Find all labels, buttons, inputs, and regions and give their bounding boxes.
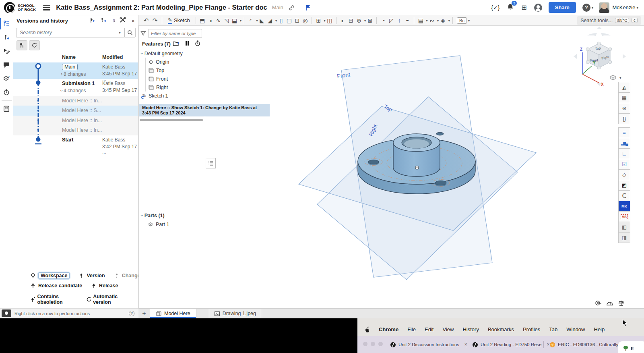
sketch-button[interactable]: ✎ Sketch: [165, 17, 193, 24]
tree-top-plane[interactable]: Top: [139, 66, 205, 75]
protractor-icon[interactable]: [606, 300, 613, 306]
loft-icon[interactable]: ◹: [223, 16, 231, 25]
tab-model-here[interactable]: Model Here: [150, 309, 196, 318]
menu-file[interactable]: File: [407, 326, 416, 332]
cad-grid-app-icon[interactable]: ▦: [618, 92, 630, 103]
status-help-icon[interactable]: ?: [129, 311, 134, 316]
menu-view[interactable]: View: [442, 326, 454, 332]
featurescript-check-icon[interactable]: {✓}: [491, 4, 500, 11]
search-icon[interactable]: [124, 28, 136, 37]
user-menu-caret-icon[interactable]: ▾: [636, 6, 638, 10]
vs-app-icon[interactable]: VS: [618, 211, 630, 222]
revolve-icon[interactable]: ◑: [206, 16, 215, 25]
split-icon[interactable]: ⊟: [347, 16, 355, 25]
menu-bookmarks[interactable]: Bookmarks: [488, 326, 514, 332]
tree-front-plane[interactable]: Front: [139, 75, 205, 83]
extrude-icon[interactable]: ⬒: [198, 16, 206, 25]
menu-help[interactable]: Help: [594, 326, 605, 332]
create-change-icon[interactable]: [100, 17, 107, 24]
tree-right-plane[interactable]: Right: [139, 83, 205, 91]
cube-hand-app-icon[interactable]: ◧: [618, 222, 630, 233]
share-button[interactable]: Share: [549, 2, 576, 13]
menu-chrome[interactable]: Chrome: [379, 326, 398, 332]
move-face-icon[interactable]: ↑: [395, 16, 403, 25]
browser-tab-3[interactable]: ERIC - ED609136 - Culturally ×: [550, 339, 626, 350]
transform-icon[interactable]: ⊕: [355, 16, 363, 25]
tape-measure-icon[interactable]: [595, 300, 602, 307]
modify-fillet-icon[interactable]: ◔: [379, 16, 387, 25]
tree-parts-header[interactable]: › Parts (1): [139, 211, 205, 220]
learn-cube-rail-icon[interactable]: ?: [0, 72, 13, 85]
view-settings-menu[interactable]: ▾: [609, 74, 621, 81]
composite-caret-icon[interactable]: ▾: [448, 19, 450, 23]
collapse-chevron-icon[interactable]: ›: [59, 90, 64, 91]
rollback-timer-icon[interactable]: [195, 40, 200, 46]
menu-edit[interactable]: Edit: [425, 326, 433, 332]
follow-flag-icon[interactable]: [305, 4, 311, 11]
help-icon[interactable]: ?: [582, 4, 590, 12]
part-app-icon[interactable]: ∟: [618, 148, 630, 159]
feature-list-scrollbar[interactable]: [140, 119, 203, 121]
edit-annotation-rail-icon[interactable]: [0, 44, 13, 58]
composite-part-icon[interactable]: ◈: [439, 16, 447, 25]
delete-face-icon[interactable]: ◸: [387, 16, 395, 25]
render-studio-app-icon[interactable]: ◭: [618, 82, 630, 93]
menu-tab[interactable]: Tab: [549, 326, 557, 332]
copy-link-icon[interactable]: [288, 4, 295, 11]
boolean-icon[interactable]: ◐: [339, 16, 347, 25]
cube-outline-app-icon[interactable]: ◇: [618, 169, 630, 180]
help-caret-icon[interactable]: ▾: [592, 6, 594, 10]
comments-rail-icon[interactable]: [0, 58, 13, 72]
custom-feature-bc-button[interactable]: Bc: [457, 17, 467, 24]
chart-app-icon[interactable]: ▂▆▄: [618, 138, 630, 149]
filter-icon[interactable]: [140, 31, 146, 36]
rib-icon[interactable]: ▯: [277, 16, 285, 25]
thicken-icon[interactable]: ⬓: [231, 16, 239, 25]
c-app-icon[interactable]: C: [618, 190, 630, 201]
mirror-icon[interactable]: ◫: [326, 16, 334, 25]
compare-icon[interactable]: ↑↓: [112, 18, 114, 23]
insights-icon[interactable]: [534, 4, 542, 12]
menu-history[interactable]: History: [462, 326, 479, 332]
bc-caret-icon[interactable]: ▾: [468, 19, 470, 23]
mk-app-icon[interactable]: MK: [618, 201, 630, 212]
expand-chevron-icon[interactable]: ›: [61, 71, 62, 77]
tools-icon[interactable]: [120, 17, 126, 24]
tree-part1[interactable]: Part 1: [139, 220, 205, 228]
app-grid-icon[interactable]: ⊞: [521, 4, 526, 11]
undo-button[interactable]: ↶: [142, 16, 151, 25]
linear-pattern-icon[interactable]: ⊞: [314, 16, 322, 25]
curve-icon[interactable]: ∾: [428, 16, 436, 25]
search-tools-box[interactable]: Search tools... alt/⌥ c: [577, 16, 641, 25]
browser-tab-1[interactable]: Unit 2 Discussion Instructions ×: [390, 339, 467, 350]
show-branches-toggle[interactable]: [17, 40, 27, 50]
create-branch-rail-icon[interactable]: [0, 31, 13, 44]
create-version-icon[interactable]: [89, 17, 95, 24]
notifications-bell-icon[interactable]: 3: [507, 3, 514, 12]
apple-logo-icon[interactable]: [365, 326, 370, 332]
cube-export-app-icon[interactable]: ◨: [618, 232, 630, 243]
thread-icon[interactable]: ◎: [301, 16, 309, 25]
education-app-icon[interactable]: ◩: [618, 180, 630, 191]
tab2-close-icon[interactable]: ×: [547, 342, 550, 347]
close-panel-icon[interactable]: ×: [131, 17, 135, 24]
browser-tab-2[interactable]: Unit 2 Reading - ED750 Rese ×: [473, 339, 550, 350]
mass-properties-icon[interactable]: [618, 300, 625, 307]
geometry-collapse-icon[interactable]: ›: [140, 53, 144, 54]
history-timer-rail-icon[interactable]: [0, 85, 13, 99]
feature-panel-collapse-handle[interactable]: [206, 158, 216, 168]
suppress-pause-icon[interactable]: [185, 41, 189, 46]
tree-origin[interactable]: Origin: [139, 58, 205, 66]
redo-button[interactable]: ↷: [151, 16, 159, 25]
minimize-window-button[interactable]: [371, 342, 375, 346]
zoom-window-button[interactable]: [378, 342, 383, 346]
shell-icon[interactable]: ▢: [285, 16, 293, 25]
user-avatar[interactable]: [599, 2, 609, 13]
close-window-button[interactable]: [363, 342, 367, 346]
chamfer-icon[interactable]: ◣: [258, 16, 266, 25]
hamburger-menu-icon[interactable]: [43, 5, 50, 10]
sweep-icon[interactable]: ∿: [215, 16, 223, 25]
search-dropdown-caret-icon[interactable]: ▾: [116, 28, 124, 37]
tree-default-geometry[interactable]: › Default geometry: [139, 49, 205, 58]
browser-tab-active[interactable]: E: [618, 341, 644, 353]
